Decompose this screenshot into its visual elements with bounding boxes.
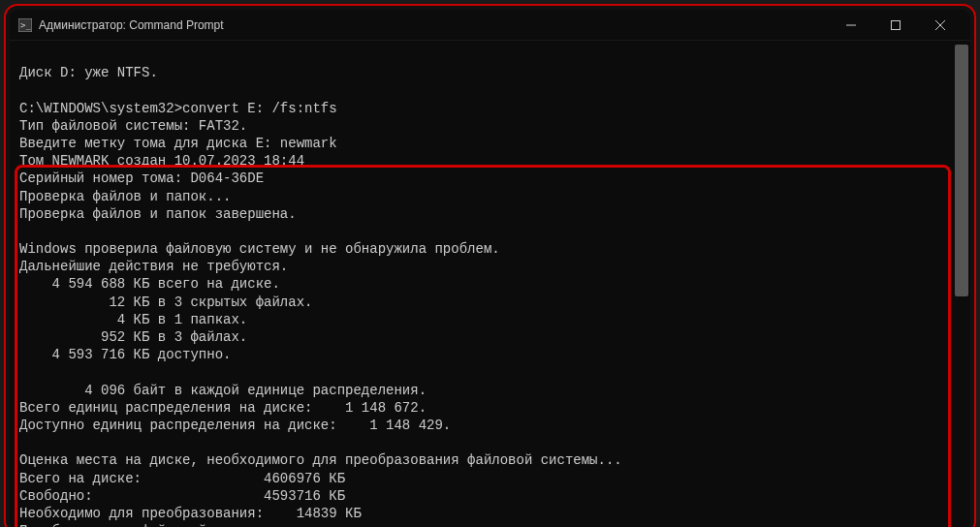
terminal-output[interactable]: Диск D: уже NTFS. C:\WINDOWS\system32>co… [10, 41, 970, 527]
window-title: Администратор: Command Prompt [39, 18, 829, 32]
close-button[interactable] [918, 10, 963, 41]
svg-text:>_: >_ [20, 20, 31, 30]
command-prompt-window: >_ Администратор: Command Prompt Диск D:… [10, 10, 970, 527]
titlebar[interactable]: >_ Администратор: Command Prompt [10, 10, 970, 41]
window-controls [829, 10, 963, 41]
maximize-button[interactable] [873, 10, 918, 41]
svg-rect-3 [892, 20, 901, 29]
scrollbar-thumb[interactable] [955, 45, 968, 296]
minimize-button[interactable] [829, 10, 873, 41]
cmd-icon: >_ [17, 17, 33, 33]
